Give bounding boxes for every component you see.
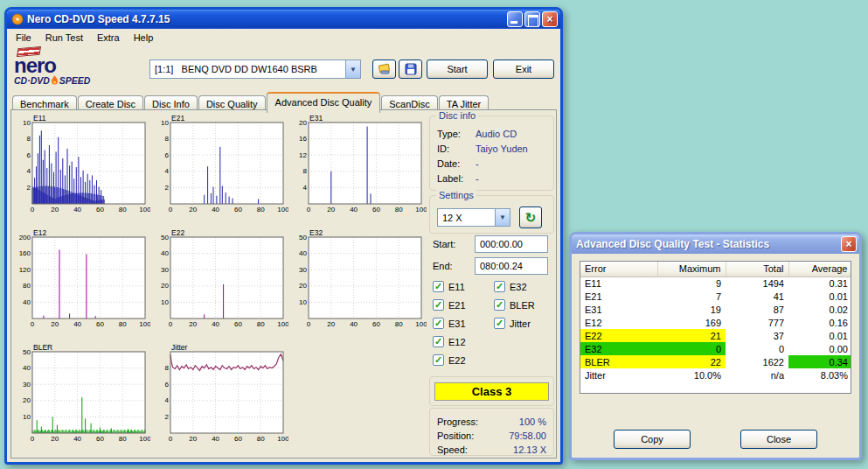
chevron-down-icon[interactable]: ▼ xyxy=(495,209,510,226)
drive-select-value: [1:1] BENQ DVD DD DW1640 BSRB xyxy=(150,60,345,78)
svg-text:160: 160 xyxy=(19,249,31,257)
start-button[interactable]: Start xyxy=(427,60,488,79)
svg-text:E21: E21 xyxy=(171,114,184,122)
stats-row-e12[interactable]: E121697770.16 xyxy=(580,316,851,329)
stats-column-error[interactable]: Error xyxy=(580,262,657,276)
exit-button[interactable]: Exit xyxy=(493,60,554,79)
svg-text:60: 60 xyxy=(372,320,380,328)
close-button[interactable]: × xyxy=(542,11,558,27)
right-panel: Disc info Type:Audio CDID:Taiyo YudenDat… xyxy=(429,114,555,456)
speed-select[interactable]: 12 X ▼ xyxy=(437,208,510,227)
stats-row-e31[interactable]: E3119870.02 xyxy=(580,303,851,316)
svg-text:120: 120 xyxy=(19,266,31,274)
checkbox-checked-icon[interactable]: ✓ xyxy=(494,299,505,311)
menu-bar: FileRun TestExtraHelp xyxy=(7,29,560,46)
start-time-field[interactable] xyxy=(475,235,548,253)
svg-text:0: 0 xyxy=(169,206,173,214)
svg-text:40: 40 xyxy=(350,320,358,328)
stats-cell: 0.16 xyxy=(788,316,851,329)
options-button[interactable] xyxy=(372,60,396,79)
save-button[interactable] xyxy=(399,60,422,79)
checkbox-checked-icon[interactable]: ✓ xyxy=(494,281,505,292)
checkbox-checked-icon[interactable]: ✓ xyxy=(433,336,444,347)
svg-text:30: 30 xyxy=(23,381,31,388)
checkbox-checked-icon[interactable]: ✓ xyxy=(494,318,505,329)
quality-class-banner: Class 3 xyxy=(434,382,549,401)
menu-run-test[interactable]: Run Test xyxy=(38,30,90,46)
stats-table: ErrorMaximumTotalAverageE11914940.31E217… xyxy=(580,261,851,394)
stats-close-button[interactable]: Close xyxy=(740,430,817,449)
svg-text:60: 60 xyxy=(372,206,380,214)
stats-row-e21[interactable]: E217410.01 xyxy=(580,290,851,303)
checkbox-checked-icon[interactable]: ✓ xyxy=(433,318,444,329)
disc-info-value: - xyxy=(476,158,479,169)
stats-cell: 0.00 xyxy=(788,342,851,355)
svg-text:E22: E22 xyxy=(171,228,184,237)
svg-text:10: 10 xyxy=(161,298,169,306)
checkbox-e11[interactable]: ✓E11 xyxy=(433,277,466,296)
main-titlebar[interactable]: Nero CD-DVD Speed 4.7.7.15 × xyxy=(7,10,560,29)
stats-column-total[interactable]: Total xyxy=(726,262,788,276)
stats-cell: 1622 xyxy=(726,355,788,368)
stats-cell: 1494 xyxy=(726,276,788,290)
chart-e31: 48121620020406080100E31 xyxy=(290,114,427,228)
stats-column-average[interactable]: Average xyxy=(788,262,851,276)
checkbox-e21[interactable]: ✓E21 xyxy=(433,296,466,314)
stats-close-icon-button[interactable]: × xyxy=(841,236,857,252)
svg-text:0: 0 xyxy=(169,435,173,443)
svg-text:6: 6 xyxy=(27,151,31,159)
checkbox-e32[interactable]: ✓E32 xyxy=(494,277,535,296)
checkbox-checked-icon[interactable]: ✓ xyxy=(433,281,444,292)
menu-extra[interactable]: Extra xyxy=(90,30,127,46)
svg-text:0: 0 xyxy=(307,206,311,214)
drive-select[interactable]: [1:1] BENQ DVD DD DW1640 BSRB ▼ xyxy=(149,60,361,79)
chevron-down-icon[interactable]: ▼ xyxy=(345,60,360,78)
stats-row-jitter[interactable]: Jitter10.0%n/a8.03% xyxy=(580,368,851,382)
stats-row-e22[interactable]: E2221370.01 xyxy=(580,329,851,342)
menu-file[interactable]: File xyxy=(9,30,38,46)
maximize-button[interactable] xyxy=(524,11,540,27)
menu-help[interactable]: Help xyxy=(127,30,161,46)
toolbar: nero CD·DVD SPEED [1:1] BENQ DVD DD DW16… xyxy=(7,46,560,94)
stats-column-maximum[interactable]: Maximum xyxy=(657,262,726,276)
svg-text:20: 20 xyxy=(189,206,197,214)
checkbox-jitter[interactable]: ✓Jitter xyxy=(494,314,535,332)
svg-text:12: 12 xyxy=(299,151,307,159)
checkbox-checked-icon[interactable]: ✓ xyxy=(433,354,444,366)
svg-text:80: 80 xyxy=(395,320,403,328)
svg-text:2: 2 xyxy=(165,413,170,421)
checkbox-label: E31 xyxy=(448,318,466,329)
tab-advanced-disc-quality[interactable]: Advanced Disc Quality xyxy=(267,92,381,113)
refresh-button[interactable]: ↻ xyxy=(519,206,542,228)
stats-row-e32[interactable]: E32000.00 xyxy=(580,342,851,355)
checkbox-e12[interactable]: ✓E12 xyxy=(433,332,466,351)
svg-text:8: 8 xyxy=(27,135,31,143)
progress-row-position-: Position:79:58.00 xyxy=(437,430,546,443)
stats-cell: n/a xyxy=(726,368,788,382)
svg-text:0: 0 xyxy=(31,435,35,443)
checkbox-e31[interactable]: ✓E31 xyxy=(433,314,466,332)
chart-e32: 1020304050020406080100E32 xyxy=(290,228,427,342)
start-time-label: Start: xyxy=(433,239,455,249)
minimize-button[interactable] xyxy=(507,11,523,27)
svg-text:80: 80 xyxy=(23,282,31,290)
checkbox-e22[interactable]: ✓E22 xyxy=(433,351,466,369)
checkbox-checked-icon[interactable]: ✓ xyxy=(433,299,444,311)
checkbox-label: E11 xyxy=(448,282,465,292)
stats-row-e11[interactable]: E11914940.31 xyxy=(580,276,851,290)
copy-button[interactable]: Copy xyxy=(614,430,691,449)
progress-value: 79:58.00 xyxy=(509,430,546,441)
svg-text:6: 6 xyxy=(165,151,170,159)
stats-cell: 0 xyxy=(657,342,726,355)
svg-text:40: 40 xyxy=(299,249,307,257)
stats-cell: 0.31 xyxy=(788,276,851,290)
stats-row-bler[interactable]: BLER2216220.34 xyxy=(580,355,851,368)
svg-text:40: 40 xyxy=(212,206,219,214)
checkbox-bler[interactable]: ✓BLER xyxy=(494,296,535,314)
chart-jitter: 2468020406080100Jitter xyxy=(152,343,289,457)
end-time-field[interactable] xyxy=(475,257,548,275)
svg-text:100: 100 xyxy=(139,206,150,214)
stats-titlebar[interactable]: Advanced Disc Quality Test - Statistics … xyxy=(572,234,859,254)
stats-cell: 0.02 xyxy=(788,303,851,316)
svg-text:20: 20 xyxy=(327,206,335,214)
